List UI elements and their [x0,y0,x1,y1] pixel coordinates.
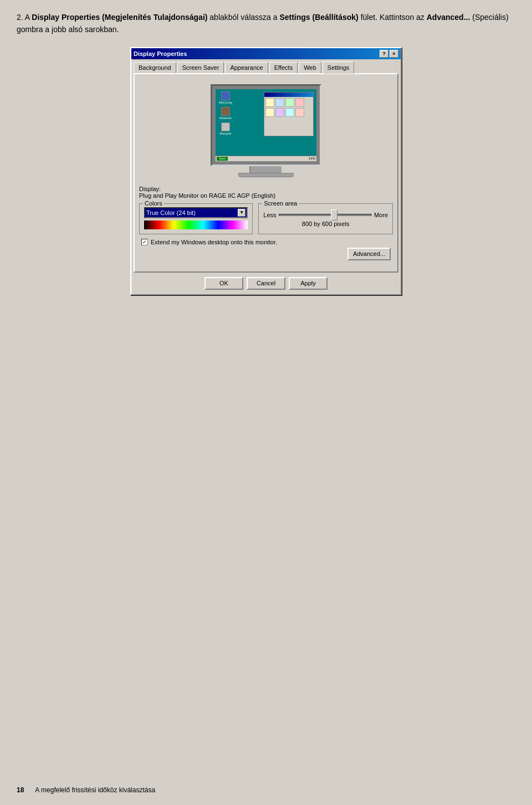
ok-button[interactable]: OK [204,277,243,290]
bold-settings: Settings (Beállítások) [279,13,358,22]
step-number: 2. [17,13,23,22]
tab-effects[interactable]: Effects [269,62,298,73]
mini-file-5 [265,108,274,117]
tab-screen-saver[interactable]: Screen Saver [177,62,224,73]
cancel-button[interactable]: Cancel [247,277,285,290]
dialog-wrapper: Display Properties ? × Background Screen… [17,47,515,295]
colors-group-title: Colors [143,200,164,207]
slider-thumb [331,209,337,221]
settings-tab-content: MyComp Network Recycle [134,73,398,273]
mini-window [264,92,314,136]
advanced-button[interactable]: Advanced... [347,248,391,260]
tab-screen-saver-label: Screen Saver [182,64,219,71]
tab-settings[interactable]: Settings [323,61,355,74]
monitor: MyComp Network Recycle [211,84,321,177]
intro-text-after: fület. Kattintson az [361,13,427,22]
dropdown-arrow-icon[interactable]: ▼ [238,209,245,217]
advanced-button-row: Advanced... [141,248,391,260]
resolution-text: 800 by 600 pixels [263,221,388,227]
screen-area-slider-container: Less More [263,212,388,218]
slider-more-label: More [374,212,388,218]
footer-text: A megfelelő frissítési időköz kiválasztá… [35,786,155,794]
mini-window-titlebar [264,93,313,97]
tab-appearance-label: Appearance [230,64,263,71]
tab-bar: Background Screen Saver Appearance Effec… [131,59,401,73]
monitor-neck [249,166,283,173]
extend-desktop-label: Extend my Windows desktop onto this moni… [151,239,277,245]
intro-text-before: A [25,13,32,22]
dialog-title: Display Properties [134,50,187,57]
tab-background-label: Background [139,64,171,71]
tab-settings-label: Settings [328,64,350,71]
colors-selected-value: True Color (24 bit) [146,209,196,216]
desktop-icon-1: MyComp [218,91,233,104]
help-button[interactable]: ? [380,50,388,58]
slider-less-label: Less [263,212,276,218]
screen-area-group: Screen area Less More 800 by 600 pixels [258,203,393,234]
display-value: Plug and Play Monitor on RAGE IIC AGP (E… [139,192,275,199]
titlebar-buttons: ? × [380,50,398,58]
mini-file-3 [285,98,294,107]
footer-page-number: 18 [17,786,24,794]
intro-paragraph: 2. A Display Properties (Megjelenítés Tu… [17,11,515,36]
screen-area-title: Screen area [262,200,299,207]
mini-start-button: Start [217,157,228,161]
bold-display-properties: Display Properties (Megjelenítés Tulajdo… [32,13,207,22]
dialog-titlebar: Display Properties ? × [131,48,401,59]
page-footer: 18 A megfelelő frissítési időköz kiválas… [17,786,155,794]
monitor-screen: MyComp Network Recycle [216,89,316,161]
display-properties-dialog: Display Properties ? × Background Screen… [130,47,402,295]
tab-effects-label: Effects [274,64,293,71]
monitor-frame: MyComp Network Recycle [211,84,321,166]
mini-file-8 [295,108,304,117]
colors-group: Colors True Color (24 bit) ▼ [139,203,253,234]
apply-button[interactable]: Apply [289,277,328,290]
color-gradient-bar [144,221,248,229]
mini-clock: 14% [309,157,315,160]
display-label: Display: [139,186,161,192]
dialog-buttons: OK Cancel Apply [131,273,401,294]
page-content: 2. A Display Properties (Megjelenítés Tu… [0,0,532,317]
settings-panels: Colors True Color (24 bit) ▼ Screen area… [139,203,393,234]
mini-taskbar: Start 14% [216,156,316,161]
tab-web[interactable]: Web [299,62,321,73]
monitor-base [211,166,321,177]
bold-advanced: Advanced... [427,13,470,22]
display-info: Display: Plug and Play Monitor on RAGE I… [139,186,393,199]
monitor-preview: MyComp Network Recycle [139,84,393,177]
close-button[interactable]: × [390,50,398,58]
intro-text-mid: ablakból válassza a [209,13,279,22]
desktop-icon-3: Recycle [218,122,233,135]
colors-dropdown[interactable]: True Color (24 bit) ▼ [144,207,248,218]
tab-background[interactable]: Background [134,62,176,73]
mini-desktop: MyComp Network Recycle [216,89,316,161]
extend-desktop-row: ✓ Extend my Windows desktop onto this mo… [141,239,391,245]
extend-desktop-checkbox[interactable]: ✓ [141,239,148,245]
tab-appearance[interactable]: Appearance [225,62,268,73]
mini-file-6 [275,108,284,117]
mini-window-content [264,97,313,118]
mini-file-4 [295,98,304,107]
tab-web-label: Web [304,64,316,71]
mini-file-2 [275,98,284,107]
desktop-icon-2: Network [218,107,233,120]
monitor-stand [238,173,294,177]
mini-taskbar-area [229,157,308,160]
resolution-slider[interactable] [279,214,372,216]
mini-file-7 [285,108,294,117]
mini-file-1 [265,98,274,107]
